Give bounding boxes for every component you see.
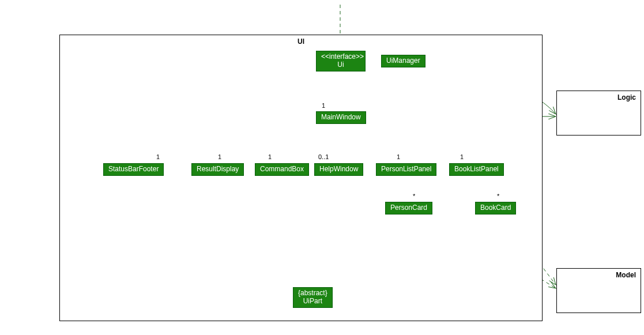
class-commandbox-name: CommandBox xyxy=(260,165,304,173)
class-resultdisplay-name: ResultDisplay xyxy=(197,165,239,173)
mult-mainwindow-1: 1 xyxy=(322,102,325,109)
class-statusbarfooter: StatusBarFooter xyxy=(103,163,164,176)
class-helpwindow-name: HelpWindow xyxy=(319,165,358,173)
stereotype-interface: <<interface>> xyxy=(321,53,360,61)
class-personcard-name: PersonCard xyxy=(390,204,427,212)
class-uimanager-name: UiManager xyxy=(386,57,420,65)
mult-resultdisplay-1: 1 xyxy=(218,153,221,160)
class-booklistpanel-name: BookListPanel xyxy=(454,165,499,173)
class-uimanager: UiManager xyxy=(381,55,425,67)
class-bookcard-name: BookCard xyxy=(480,204,511,212)
class-mainwindow: MainWindow xyxy=(316,111,366,124)
class-ui-name: Ui xyxy=(321,61,360,69)
mult-personlist-1: 1 xyxy=(397,153,400,160)
mult-helpwindow-01: 0..1 xyxy=(318,153,329,160)
package-model: Model xyxy=(556,268,641,313)
class-statusbarfooter-name: StatusBarFooter xyxy=(108,165,159,173)
class-personlistpanel-name: PersonListPanel xyxy=(381,165,431,173)
mult-commandbox-1: 1 xyxy=(268,153,272,160)
mult-bookcard-star: * xyxy=(497,193,499,200)
package-logic-label: Logic xyxy=(617,93,636,101)
mult-booklist-1: 1 xyxy=(460,153,464,160)
package-logic: Logic xyxy=(556,91,641,135)
class-resultdisplay: ResultDisplay xyxy=(191,163,244,176)
class-bookcard: BookCard xyxy=(475,202,516,214)
class-commandbox: CommandBox xyxy=(255,163,309,176)
package-model-label: Model xyxy=(616,271,636,279)
class-booklistpanel: BookListPanel xyxy=(449,163,504,176)
class-personlistpanel: PersonListPanel xyxy=(376,163,436,176)
mult-statusbar-1: 1 xyxy=(156,153,160,160)
class-personcard: PersonCard xyxy=(385,202,432,214)
class-uipart: {abstract} UiPart xyxy=(293,287,333,308)
package-ui: UI xyxy=(59,35,543,321)
class-uipart-name: UiPart xyxy=(298,298,327,306)
stereotype-abstract: {abstract} xyxy=(298,289,327,298)
class-mainwindow-name: MainWindow xyxy=(321,113,361,121)
class-ui-interface: <<interface>> Ui xyxy=(316,51,366,71)
package-ui-label: UI xyxy=(297,37,304,46)
class-helpwindow: HelpWindow xyxy=(314,163,363,176)
mult-personcard-star: * xyxy=(413,193,415,200)
